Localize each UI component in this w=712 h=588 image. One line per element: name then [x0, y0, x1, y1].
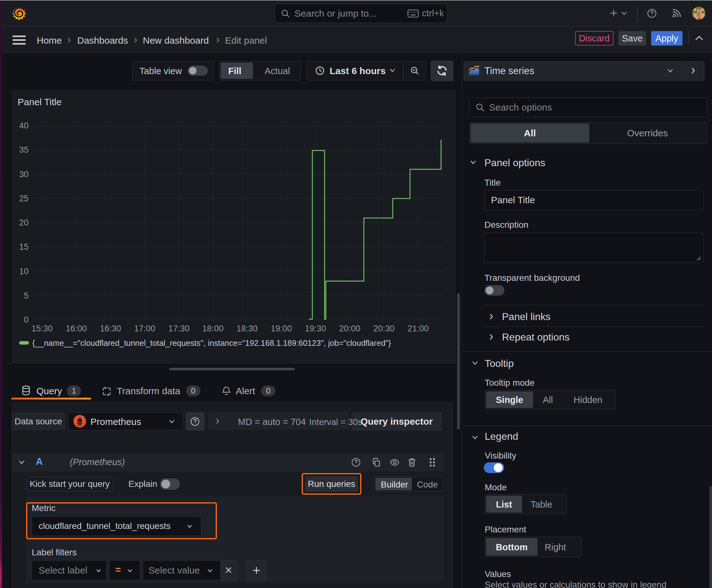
svg-text:19:30: 19:30	[305, 324, 326, 333]
svg-text:17:00: 17:00	[134, 324, 155, 333]
svg-text:5: 5	[24, 291, 28, 300]
svg-text:20: 20	[19, 218, 28, 227]
svg-text:40: 40	[19, 121, 28, 130]
svg-text:18:00: 18:00	[202, 324, 223, 333]
svg-text:0: 0	[24, 315, 28, 324]
svg-text:21:00: 21:00	[408, 324, 429, 333]
svg-text:30: 30	[19, 170, 28, 179]
svg-text:15: 15	[19, 242, 28, 252]
svg-text:16:30: 16:30	[100, 324, 121, 333]
svg-text:20:00: 20:00	[339, 324, 360, 333]
svg-text:25: 25	[19, 194, 28, 203]
svg-text:17:30: 17:30	[168, 324, 190, 333]
svg-text:16:00: 16:00	[66, 324, 87, 333]
svg-text:{__name__="cloudflared_tunnel_: {__name__="cloudflared_tunnel_total_requ…	[33, 339, 391, 348]
svg-text:10: 10	[19, 267, 28, 276]
svg-text:35: 35	[19, 145, 28, 154]
svg-text:20:30: 20:30	[373, 324, 395, 333]
svg-text:15:30: 15:30	[31, 324, 53, 333]
svg-text:18:30: 18:30	[236, 324, 258, 333]
svg-text:19:00: 19:00	[271, 324, 292, 333]
